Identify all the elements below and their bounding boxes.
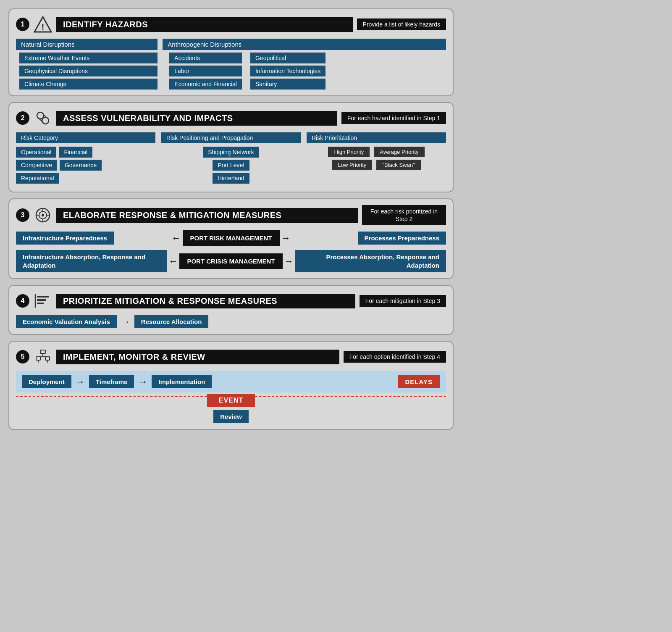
section-3-note: For each risk prioritized in Step 2 [362, 205, 446, 225]
right-arrow-1: → [280, 233, 292, 244]
tag-low-priority: Low Priority [332, 160, 372, 170]
infra-absorb: Infrastructure Absorption, Response and … [16, 250, 167, 272]
svg-rect-15 [37, 299, 46, 301]
tag-economic: Economic and Financial [169, 79, 242, 90]
section-1-note: Provide a list of likely hazards [357, 18, 446, 30]
proc-absorb: Processes Absorption, Response and Adapt… [295, 250, 446, 272]
tag-infotech: Information Technologies [250, 66, 326, 76]
section-5-header: 5 IMPLEMENT, MONITOR & REVIEW For each o… [16, 348, 446, 366]
anthrop-col-1: Accidents Labor Economic and Financial [166, 53, 242, 90]
step-number-3: 3 [16, 208, 29, 222]
prio-row-2: Low Priority "Black Swan" [307, 160, 446, 170]
tag-shipping-network: Shipping Network [203, 147, 259, 158]
section-1-header: 1 ! IDENTIFY HAZARDS Provide a list of l… [16, 15, 446, 34]
tag-reputational: Reputational [16, 173, 59, 184]
svg-rect-14 [37, 296, 49, 298]
section-2-note: For each hazard identified in Step 1 [341, 112, 446, 124]
section-1-title: IDENTIFY HAZARDS [56, 17, 353, 32]
left-arrow-1: ← [170, 233, 183, 244]
svg-rect-19 [36, 357, 40, 360]
tag-hinterland: Hinterland [213, 173, 249, 184]
arrow-deploy: → [76, 377, 85, 387]
tag-competitive: Competitive [16, 160, 57, 171]
prio-row-1: High Priority Average Priority [307, 147, 446, 157]
step-number-2: 2 [16, 111, 29, 125]
section-5-note: For each option identified in Step 4 [344, 351, 446, 363]
step-number-1: 1 [16, 18, 29, 31]
arrow-2: ← PORT CRISIS MANAGEMENT → [167, 253, 295, 269]
tag-climate-change: Climate Change [19, 79, 158, 90]
risk-prioritization-col: Risk Prioritization High Priority Averag… [307, 132, 446, 186]
risk-pos-tags: Shipping Network Port Level Hinterland [161, 147, 301, 184]
risk-prio-header: Risk Prioritization [307, 132, 446, 143]
response-row-2: Infrastructure Absorption, Response and … [16, 250, 446, 272]
delays-box: DELAYS [398, 375, 440, 388]
tag-resource-allocation: Resource Allocation [134, 315, 208, 328]
tag-infra-prep: Infrastructure Preparedness [16, 232, 114, 245]
section-5-title: IMPLEMENT, MONITOR & REVIEW [56, 350, 339, 364]
hazard-icon: ! [34, 15, 52, 34]
section-4-title: PRIORITIZE MITIGATION & RESPONSE MEASURE… [56, 294, 355, 308]
svg-rect-20 [45, 357, 50, 360]
arrow-1: ← PORT RISK MANAGEMENT → [170, 230, 292, 246]
arrow-economic: → [121, 316, 130, 327]
risk-positioning-col: Risk Positioning and Propagation Shippin… [161, 132, 301, 186]
tag-black-swan: "Black Swan" [376, 160, 420, 170]
response-row-1: Infrastructure Preparedness ← PORT RISK … [16, 230, 446, 246]
risk-category-col: Risk Category Operational Financial Comp… [16, 132, 155, 186]
tag-geophysical: Geophysical Disruptions [19, 66, 158, 76]
section-3-header: 3 ! ELABORATE RESPONSE & MITIGATION MEAS… [16, 205, 446, 225]
port-risk-mgmt: PORT RISK MANAGEMENT [183, 230, 280, 246]
section-4: 4 PRIORITIZE MITIGATION & RESPONSE MEASU… [8, 285, 454, 335]
section-4-note: For each mitigation in Step 3 [360, 295, 446, 307]
dashed-line [16, 396, 446, 397]
section-3: 3 ! ELABORATE RESPONSE & MITIGATION MEAS… [8, 198, 454, 279]
tag-geopolitical: Geopolitical [250, 53, 326, 63]
svg-rect-16 [37, 303, 44, 304]
anthrop-sub-cols: Accidents Labor Economic and Financial G… [163, 53, 446, 90]
anthropogenic-col: Anthropogenic Disruptions Accidents Labo… [163, 39, 446, 90]
left-arrow-2: ← [167, 256, 179, 267]
risk-cat-header: Risk Category [16, 132, 155, 143]
svg-text:!: ! [42, 213, 44, 218]
step-number-5: 5 [16, 350, 29, 363]
svg-text:!: ! [41, 22, 44, 32]
tag-proc-absorb: Processes Absorption, Response and Adapt… [295, 250, 446, 272]
tag-deployment: Deployment [22, 375, 71, 388]
implement-icon [34, 348, 52, 366]
proc-prep: Processes Preparedness [292, 232, 446, 245]
svg-rect-18 [40, 350, 45, 353]
right-arrow-2: → [283, 256, 295, 267]
natural-tags: Extreme Weather Events Geophysical Disru… [16, 53, 158, 90]
tag-operational: Operational [16, 147, 56, 158]
risk-cat-row3: Reputational [16, 173, 155, 184]
assess-grid: Risk Category Operational Financial Comp… [16, 132, 446, 186]
anthrop-cat-header: Anthropogenic Disruptions [163, 39, 446, 50]
section-3-title: ELABORATE RESPONSE & MITIGATION MEASURES [56, 208, 358, 223]
tag-accidents: Accidents [169, 53, 242, 63]
section-5: 5 IMPLEMENT, MONITOR & REVIEW For each o… [8, 341, 454, 430]
risk-cat-row1: Operational Financial [16, 147, 155, 158]
tag-extreme-weather: Extreme Weather Events [19, 53, 158, 63]
tag-governance: Governance [60, 160, 102, 171]
tag-sanitary: Sanitary [250, 79, 326, 90]
step-number-4: 4 [16, 294, 29, 308]
tag-high-priority: High Priority [328, 147, 370, 157]
review-container: Review [16, 410, 446, 423]
tag-infra-absorb: Infrastructure Absorption, Response and … [16, 250, 167, 272]
tag-timeframe: Timeframe [89, 375, 134, 388]
infra-prep: Infrastructure Preparedness [16, 232, 170, 245]
tag-avg-priority: Average Priority [374, 147, 424, 157]
prioritize-flow: Economic Valuation Analysis → Resource A… [16, 315, 446, 328]
tag-proc-prep: Processes Preparedness [358, 232, 446, 245]
section-2: 2 ASSESS VULNERABILITY AND IMPACTS For e… [8, 102, 454, 192]
tag-port-level: Port Level [213, 160, 249, 171]
section-1: 1 ! IDENTIFY HAZARDS Provide a list of l… [8, 8, 454, 96]
risk-pos-header: Risk Positioning and Propagation [161, 132, 301, 143]
vulnerability-icon [34, 109, 52, 127]
prioritize-icon [34, 292, 52, 310]
risk-cat-row2: Competitive Governance [16, 160, 155, 171]
tag-implementation: Implementation [152, 375, 212, 388]
arrow-timeframe: → [138, 377, 147, 387]
port-crisis-mgmt: PORT CRISIS MANAGEMENT [179, 253, 282, 269]
